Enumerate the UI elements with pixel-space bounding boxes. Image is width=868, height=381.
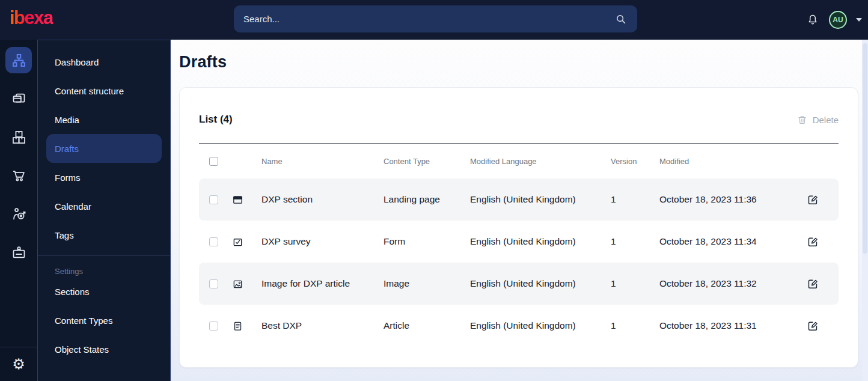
article-icon — [232, 320, 261, 332]
table-body: DXP section Landing page English (United… — [199, 178, 839, 347]
table-header: Name Content Type Modified Language Vers… — [199, 144, 839, 178]
sidebar-item-label: Calendar — [55, 201, 91, 212]
cart-icon — [11, 168, 27, 184]
table-row[interactable]: Image for DXP article Image English (Uni… — [199, 263, 839, 305]
cell-modified: October 18, 2023 11:32 — [659, 278, 807, 289]
cell-modified-language: English (United Kingdom) — [470, 320, 611, 331]
sidebar-settings-section: Settings Sections Content Types Object S… — [38, 255, 170, 364]
sidebar: Dashboard Content structure Media Drafts… — [37, 40, 171, 381]
rail-bottom: ⚙ — [0, 347, 37, 381]
row-checkbox[interactable] — [209, 279, 218, 288]
cell-modified: October 18, 2023 11:34 — [659, 236, 807, 247]
table-row[interactable]: DXP section Landing page English (United… — [199, 178, 839, 221]
cell-version: 1 — [611, 194, 659, 205]
sidebar-item-label: Dashboard — [55, 57, 99, 67]
settings-heading: Settings — [38, 262, 170, 277]
topbar: ibexa AU — [0, 0, 868, 40]
cell-content-type: Image — [384, 278, 470, 289]
row-checkbox[interactable] — [209, 195, 218, 204]
pages-icon — [11, 91, 27, 107]
select-all-checkbox[interactable] — [209, 157, 218, 166]
target-person-icon — [11, 206, 27, 222]
chevron-down-icon — [856, 18, 862, 22]
column-header-name: Name — [261, 157, 384, 166]
trash-icon — [797, 115, 807, 125]
cell-modified-language: English (United Kingdom) — [470, 194, 611, 205]
sidebar-item-forms[interactable]: Forms — [46, 163, 162, 192]
rail-item-pages[interactable] — [5, 85, 32, 112]
main-content: Drafts List (4) Delete Name Cont — [171, 40, 862, 381]
rail-item-portal[interactable] — [5, 239, 32, 266]
scrollbar-thumb[interactable] — [863, 43, 867, 254]
sidebar-item-drafts[interactable]: Drafts — [46, 134, 162, 163]
cell-name: DXP survey — [261, 236, 384, 247]
cell-name: Best DXP — [261, 320, 384, 331]
rail-item-content[interactable] — [5, 47, 32, 73]
cell-version: 1 — [611, 278, 659, 289]
rail-item-commerce[interactable] — [5, 162, 32, 189]
sidebar-item-calendar[interactable]: Calendar — [46, 192, 162, 221]
list-title: List (4) — [199, 114, 233, 126]
sidebar-settings-list: Sections Content Types Object States — [38, 277, 170, 364]
cell-name: DXP section — [261, 194, 384, 205]
user-menu-button[interactable] — [856, 18, 862, 22]
edit-button[interactable] — [807, 194, 819, 206]
cell-content-type: Article — [384, 320, 470, 331]
column-header-content-type: Content Type — [384, 157, 470, 166]
sidebar-item-label: Forms — [55, 172, 81, 183]
ibexa-logo[interactable]: ibexa — [10, 7, 53, 29]
sidebar-item-label: Content structure — [55, 86, 124, 96]
sidebar-item-dashboard[interactable]: Dashboard — [46, 47, 162, 76]
cell-content-type: Form — [384, 236, 470, 247]
sidebar-item-content-types[interactable]: Content Types — [46, 306, 162, 335]
edit-button[interactable] — [807, 236, 819, 248]
sidebar-item-media[interactable]: Media — [46, 105, 162, 134]
drafts-card: List (4) Delete Name Content Type Modif — [179, 87, 858, 368]
sidebar-item-object-states[interactable]: Object States — [46, 335, 162, 364]
delete-button[interactable]: Delete — [797, 115, 839, 125]
bell-icon — [805, 13, 820, 27]
rail-item-personalization[interactable] — [5, 201, 32, 227]
sidebar-item-label: Object States — [55, 344, 109, 355]
search-input[interactable] — [243, 14, 614, 24]
sidebar-item-content-structure[interactable]: Content structure — [46, 76, 162, 105]
cell-modified-language: English (United Kingdom) — [470, 236, 611, 247]
table-row[interactable]: DXP survey Form English (United Kingdom)… — [199, 221, 839, 263]
avatar[interactable]: AU — [829, 11, 847, 29]
icon-rail: ⚙ — [0, 40, 37, 381]
table-row[interactable]: Best DXP Article English (United Kingdom… — [199, 305, 839, 347]
cell-modified-language: English (United Kingdom) — [470, 278, 611, 289]
sidebar-item-sections[interactable]: Sections — [46, 277, 162, 306]
vertical-scrollbar[interactable] — [862, 40, 868, 381]
sidebar-item-label: Sections — [55, 287, 90, 297]
image-icon — [232, 278, 261, 290]
gear-icon[interactable]: ⚙ — [12, 357, 25, 371]
rail-item-products[interactable] — [5, 124, 32, 150]
column-header-modified: Modified — [659, 157, 807, 166]
sidebar-main-list: Dashboard Content structure Media Drafts… — [38, 40, 170, 249]
column-header-version: Version — [611, 157, 659, 166]
sidebar-item-tags[interactable]: Tags — [46, 221, 162, 249]
cell-version: 1 — [611, 236, 659, 247]
landing-page-icon — [232, 194, 261, 206]
sidebar-item-label: Drafts — [55, 144, 79, 154]
edit-button[interactable] — [807, 320, 819, 332]
drafts-table: Name Content Type Modified Language Vers… — [199, 143, 839, 347]
edit-button[interactable] — [807, 278, 819, 290]
sidebar-item-label: Media — [55, 115, 79, 125]
cell-version: 1 — [611, 320, 659, 331]
page-title: Drafts — [179, 53, 862, 72]
boxes-icon — [11, 129, 27, 145]
sitemap-icon — [11, 52, 27, 69]
global-search[interactable] — [234, 5, 637, 32]
row-checkbox[interactable] — [209, 237, 218, 246]
cell-content-type: Landing page — [384, 194, 470, 205]
cell-modified: October 18, 2023 11:31 — [659, 320, 807, 331]
sidebar-item-label: Tags — [55, 230, 74, 240]
cell-modified: October 18, 2023 11:36 — [659, 194, 807, 205]
row-checkbox[interactable] — [209, 322, 218, 331]
search-icon[interactable] — [614, 13, 628, 26]
notifications-button[interactable] — [805, 13, 820, 27]
form-icon — [232, 236, 261, 248]
badge-icon — [11, 245, 27, 261]
